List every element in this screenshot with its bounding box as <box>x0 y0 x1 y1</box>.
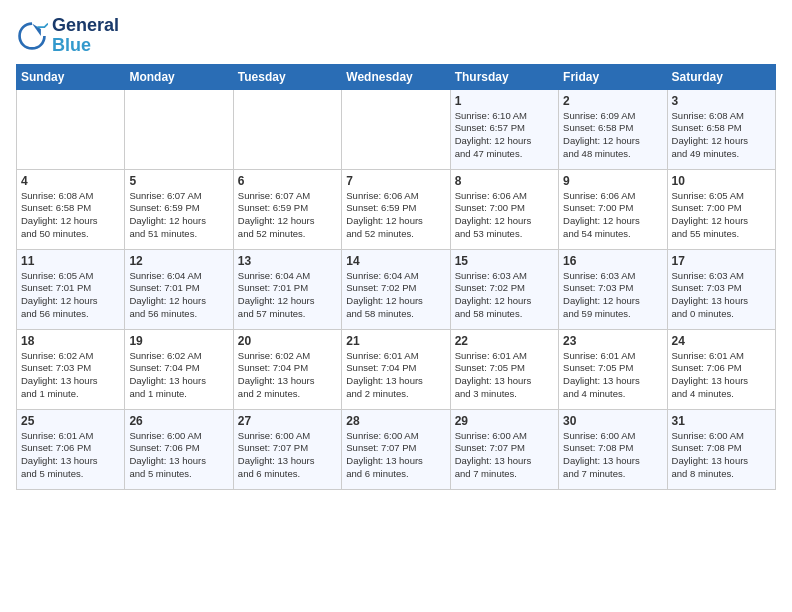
calendar-cell: 10Sunrise: 6:05 AM Sunset: 7:00 PM Dayli… <box>667 169 775 249</box>
day-number: 25 <box>21 414 120 428</box>
day-number: 18 <box>21 334 120 348</box>
calendar-cell <box>125 89 233 169</box>
day-number: 3 <box>672 94 771 108</box>
calendar-cell: 6Sunrise: 6:07 AM Sunset: 6:59 PM Daylig… <box>233 169 341 249</box>
day-number: 14 <box>346 254 445 268</box>
calendar-cell: 22Sunrise: 6:01 AM Sunset: 7:05 PM Dayli… <box>450 329 558 409</box>
calendar-cell: 16Sunrise: 6:03 AM Sunset: 7:03 PM Dayli… <box>559 249 667 329</box>
day-number: 5 <box>129 174 228 188</box>
day-number: 13 <box>238 254 337 268</box>
day-number: 21 <box>346 334 445 348</box>
day-number: 12 <box>129 254 228 268</box>
weekday-header-tuesday: Tuesday <box>233 64 341 89</box>
day-info: Sunrise: 6:02 AM Sunset: 7:03 PM Dayligh… <box>21 350 120 401</box>
calendar-cell <box>233 89 341 169</box>
day-info: Sunrise: 6:03 AM Sunset: 7:03 PM Dayligh… <box>672 270 771 321</box>
day-number: 8 <box>455 174 554 188</box>
day-info: Sunrise: 6:08 AM Sunset: 6:58 PM Dayligh… <box>672 110 771 161</box>
day-number: 30 <box>563 414 662 428</box>
day-number: 19 <box>129 334 228 348</box>
day-info: Sunrise: 6:06 AM Sunset: 6:59 PM Dayligh… <box>346 190 445 241</box>
day-info: Sunrise: 6:06 AM Sunset: 7:00 PM Dayligh… <box>563 190 662 241</box>
page-header: GeneralBlue <box>16 16 776 56</box>
day-number: 24 <box>672 334 771 348</box>
day-info: Sunrise: 6:02 AM Sunset: 7:04 PM Dayligh… <box>129 350 228 401</box>
calendar-cell: 28Sunrise: 6:00 AM Sunset: 7:07 PM Dayli… <box>342 409 450 489</box>
day-info: Sunrise: 6:01 AM Sunset: 7:04 PM Dayligh… <box>346 350 445 401</box>
calendar-cell: 4Sunrise: 6:08 AM Sunset: 6:58 PM Daylig… <box>17 169 125 249</box>
calendar-row-3: 18Sunrise: 6:02 AM Sunset: 7:03 PM Dayli… <box>17 329 776 409</box>
logo-icon <box>16 20 48 52</box>
day-info: Sunrise: 6:01 AM Sunset: 7:06 PM Dayligh… <box>672 350 771 401</box>
calendar-cell: 17Sunrise: 6:03 AM Sunset: 7:03 PM Dayli… <box>667 249 775 329</box>
day-number: 28 <box>346 414 445 428</box>
day-number: 4 <box>21 174 120 188</box>
calendar-cell: 11Sunrise: 6:05 AM Sunset: 7:01 PM Dayli… <box>17 249 125 329</box>
day-info: Sunrise: 6:00 AM Sunset: 7:07 PM Dayligh… <box>455 430 554 481</box>
day-number: 22 <box>455 334 554 348</box>
calendar-cell: 8Sunrise: 6:06 AM Sunset: 7:00 PM Daylig… <box>450 169 558 249</box>
day-number: 15 <box>455 254 554 268</box>
day-info: Sunrise: 6:04 AM Sunset: 7:01 PM Dayligh… <box>129 270 228 321</box>
calendar-cell: 19Sunrise: 6:02 AM Sunset: 7:04 PM Dayli… <box>125 329 233 409</box>
calendar-cell: 1Sunrise: 6:10 AM Sunset: 6:57 PM Daylig… <box>450 89 558 169</box>
calendar-cell <box>342 89 450 169</box>
weekday-header-wednesday: Wednesday <box>342 64 450 89</box>
calendar-row-4: 25Sunrise: 6:01 AM Sunset: 7:06 PM Dayli… <box>17 409 776 489</box>
calendar-cell: 3Sunrise: 6:08 AM Sunset: 6:58 PM Daylig… <box>667 89 775 169</box>
calendar-cell: 24Sunrise: 6:01 AM Sunset: 7:06 PM Dayli… <box>667 329 775 409</box>
calendar-cell: 13Sunrise: 6:04 AM Sunset: 7:01 PM Dayli… <box>233 249 341 329</box>
calendar-cell: 31Sunrise: 6:00 AM Sunset: 7:08 PM Dayli… <box>667 409 775 489</box>
day-info: Sunrise: 6:09 AM Sunset: 6:58 PM Dayligh… <box>563 110 662 161</box>
calendar-cell: 12Sunrise: 6:04 AM Sunset: 7:01 PM Dayli… <box>125 249 233 329</box>
day-number: 16 <box>563 254 662 268</box>
calendar-cell: 30Sunrise: 6:00 AM Sunset: 7:08 PM Dayli… <box>559 409 667 489</box>
calendar-cell: 15Sunrise: 6:03 AM Sunset: 7:02 PM Dayli… <box>450 249 558 329</box>
calendar-table: SundayMondayTuesdayWednesdayThursdayFrid… <box>16 64 776 490</box>
calendar-cell: 23Sunrise: 6:01 AM Sunset: 7:05 PM Dayli… <box>559 329 667 409</box>
calendar-row-0: 1Sunrise: 6:10 AM Sunset: 6:57 PM Daylig… <box>17 89 776 169</box>
day-number: 1 <box>455 94 554 108</box>
day-info: Sunrise: 6:04 AM Sunset: 7:01 PM Dayligh… <box>238 270 337 321</box>
calendar-cell: 9Sunrise: 6:06 AM Sunset: 7:00 PM Daylig… <box>559 169 667 249</box>
day-info: Sunrise: 6:03 AM Sunset: 7:03 PM Dayligh… <box>563 270 662 321</box>
calendar-cell: 25Sunrise: 6:01 AM Sunset: 7:06 PM Dayli… <box>17 409 125 489</box>
weekday-header-monday: Monday <box>125 64 233 89</box>
calendar-row-2: 11Sunrise: 6:05 AM Sunset: 7:01 PM Dayli… <box>17 249 776 329</box>
logo: GeneralBlue <box>16 16 119 56</box>
day-info: Sunrise: 6:05 AM Sunset: 7:00 PM Dayligh… <box>672 190 771 241</box>
weekday-header-friday: Friday <box>559 64 667 89</box>
day-info: Sunrise: 6:06 AM Sunset: 7:00 PM Dayligh… <box>455 190 554 241</box>
day-info: Sunrise: 6:01 AM Sunset: 7:05 PM Dayligh… <box>455 350 554 401</box>
day-info: Sunrise: 6:01 AM Sunset: 7:05 PM Dayligh… <box>563 350 662 401</box>
day-number: 20 <box>238 334 337 348</box>
day-info: Sunrise: 6:00 AM Sunset: 7:08 PM Dayligh… <box>672 430 771 481</box>
day-number: 31 <box>672 414 771 428</box>
weekday-header-thursday: Thursday <box>450 64 558 89</box>
day-number: 7 <box>346 174 445 188</box>
day-info: Sunrise: 6:07 AM Sunset: 6:59 PM Dayligh… <box>129 190 228 241</box>
day-info: Sunrise: 6:00 AM Sunset: 7:07 PM Dayligh… <box>346 430 445 481</box>
day-info: Sunrise: 6:07 AM Sunset: 6:59 PM Dayligh… <box>238 190 337 241</box>
day-info: Sunrise: 6:10 AM Sunset: 6:57 PM Dayligh… <box>455 110 554 161</box>
calendar-cell <box>17 89 125 169</box>
calendar-cell: 14Sunrise: 6:04 AM Sunset: 7:02 PM Dayli… <box>342 249 450 329</box>
calendar-cell: 5Sunrise: 6:07 AM Sunset: 6:59 PM Daylig… <box>125 169 233 249</box>
calendar-cell: 27Sunrise: 6:00 AM Sunset: 7:07 PM Dayli… <box>233 409 341 489</box>
day-info: Sunrise: 6:00 AM Sunset: 7:06 PM Dayligh… <box>129 430 228 481</box>
day-info: Sunrise: 6:01 AM Sunset: 7:06 PM Dayligh… <box>21 430 120 481</box>
day-number: 11 <box>21 254 120 268</box>
day-info: Sunrise: 6:08 AM Sunset: 6:58 PM Dayligh… <box>21 190 120 241</box>
weekday-header-row: SundayMondayTuesdayWednesdayThursdayFrid… <box>17 64 776 89</box>
day-info: Sunrise: 6:04 AM Sunset: 7:02 PM Dayligh… <box>346 270 445 321</box>
calendar-cell: 26Sunrise: 6:00 AM Sunset: 7:06 PM Dayli… <box>125 409 233 489</box>
calendar-cell: 29Sunrise: 6:00 AM Sunset: 7:07 PM Dayli… <box>450 409 558 489</box>
calendar-row-1: 4Sunrise: 6:08 AM Sunset: 6:58 PM Daylig… <box>17 169 776 249</box>
calendar-cell: 21Sunrise: 6:01 AM Sunset: 7:04 PM Dayli… <box>342 329 450 409</box>
day-info: Sunrise: 6:02 AM Sunset: 7:04 PM Dayligh… <box>238 350 337 401</box>
day-number: 2 <box>563 94 662 108</box>
calendar-cell: 2Sunrise: 6:09 AM Sunset: 6:58 PM Daylig… <box>559 89 667 169</box>
day-number: 17 <box>672 254 771 268</box>
calendar-cell: 7Sunrise: 6:06 AM Sunset: 6:59 PM Daylig… <box>342 169 450 249</box>
day-number: 10 <box>672 174 771 188</box>
